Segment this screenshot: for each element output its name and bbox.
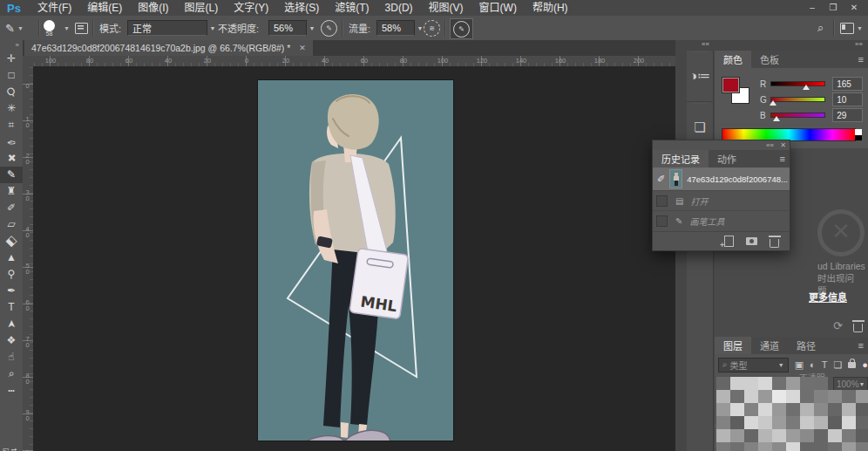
expand-dock-button[interactable]: »» [855, 40, 863, 48]
history-state-row[interactable]: ▤打开 [653, 190, 790, 210]
type-tool[interactable]: T [0, 299, 23, 316]
brush-picker-chevron[interactable]: ▼ [61, 16, 70, 40]
crop-tool[interactable]: ⌗ [0, 117, 23, 133]
filter-shape-layers-icon[interactable]: ❏ [833, 359, 842, 371]
sync-icon[interactable]: ⟳ [833, 319, 843, 332]
marquee-tool[interactable]: □ [0, 67, 23, 84]
mosaic-block [828, 429, 842, 442]
path-selection-tool[interactable]: ➤ [0, 316, 23, 332]
canvas-pasteboard[interactable]: MHL [33, 66, 675, 451]
tool-preset-picker[interactable]: ✎ ▼ [5, 16, 24, 40]
blend-mode-dropdown[interactable]: 正常 ▼ [127, 20, 218, 36]
slider-thumb[interactable] [773, 116, 780, 121]
properties-panel-button[interactable]: ◑≔ [687, 51, 713, 102]
quick-selection-tool[interactable]: ✳ [0, 100, 23, 117]
tab-paths[interactable]: 路径 [788, 337, 824, 354]
more-info-link[interactable]: 更多信息 [809, 290, 847, 304]
menu-7[interactable]: 滤镜(T) [327, 0, 376, 16]
menu-5[interactable]: 文字(Y) [226, 0, 276, 16]
workspace-switcher[interactable]: ▼ [840, 16, 863, 40]
trash-icon[interactable] [853, 324, 863, 332]
state-checkbox[interactable] [656, 195, 668, 207]
history-brush-tool[interactable]: ✐ [0, 200, 23, 216]
panel-menu-icon[interactable]: ≡ [780, 154, 785, 164]
foreground-color-swatch[interactable] [722, 77, 740, 93]
document-tab[interactable]: 47e63d129c0d8f200674814619c70a2b.jpg @ 6… [24, 40, 313, 56]
channel-value-g[interactable]: 10 [832, 92, 863, 106]
opacity-dropdown[interactable]: 56% ▼ [268, 20, 317, 36]
custom-shape-tool[interactable]: ❖ [0, 332, 23, 349]
zoom-tool[interactable]: ⌕ [0, 366, 23, 382]
channel-slider-g[interactable] [770, 97, 826, 102]
panel-menu-icon[interactable]: ≡ [858, 340, 864, 351]
history-brush-source-icon[interactable]: ✐ [657, 174, 665, 185]
channel-value-b[interactable]: 29 [832, 108, 863, 122]
collapse-to-icons-button[interactable]: «« [702, 40, 709, 48]
filter-smart-objects-icon[interactable] [848, 362, 856, 368]
minimize-button[interactable]: – [802, 0, 823, 16]
paint-bucket-tool[interactable]: ◧ [0, 233, 23, 249]
lasso-tool[interactable]: Ϙ [0, 84, 23, 100]
tab-actions[interactable]: 动作 [709, 150, 745, 167]
tab-color[interactable]: 颜色 [715, 51, 751, 68]
history-snapshot-row[interactable]: ✐ 47e63d129c0d8f2006748... [653, 167, 790, 190]
state-checkbox[interactable] [656, 215, 668, 227]
clone-stamp-tool[interactable]: ♜ [0, 183, 23, 200]
hand-tool[interactable]: ☝ [0, 349, 23, 366]
menu-8[interactable]: 3D(D) [377, 0, 421, 16]
toggle-brush-panel-button[interactable] [75, 16, 88, 40]
tab-swatches[interactable]: 色板 [751, 51, 788, 68]
filter-toggle-icon[interactable]: ● [862, 359, 868, 370]
pressure-opacity-button[interactable]: ✎ [321, 16, 337, 40]
tab-history[interactable]: 历史记录 [653, 150, 709, 167]
menu-6[interactable]: 选择(S) [276, 0, 327, 16]
pressure-size-button[interactable]: ✎ [450, 18, 473, 39]
channel-slider-b[interactable] [770, 113, 826, 118]
eraser-tool[interactable]: ▱ [0, 216, 23, 233]
airbrush-icon: ≋ [424, 20, 440, 37]
more-tools[interactable]: ••• [0, 382, 23, 399]
flow-dropdown[interactable]: 58% ▼ [376, 20, 425, 36]
filter-type-layers-icon[interactable]: T [822, 359, 828, 370]
menu-10[interactable]: 窗口(W) [471, 0, 525, 16]
move-tool[interactable]: ✛ [0, 51, 23, 67]
new-snapshot-icon[interactable] [746, 237, 757, 245]
menu-1[interactable]: 文件(F) [30, 0, 79, 16]
menu-3[interactable]: 图像(I) [130, 0, 176, 16]
panel-menu-icon[interactable]: ≡ [858, 54, 864, 65]
blur-tool[interactable]: ▲ [0, 249, 23, 266]
pen-tool[interactable]: ✒ [0, 283, 23, 299]
new-document-from-state-icon[interactable] [724, 236, 734, 247]
eyedropper-tool[interactable]: ✑ [0, 133, 23, 150]
menu-4[interactable]: 图层(L) [177, 0, 227, 16]
menu-11[interactable]: 帮助(H) [525, 0, 576, 16]
healing-brush-tool[interactable]: ✚ [0, 150, 23, 167]
restore-button[interactable]: ❐ [823, 0, 844, 16]
slider-thumb[interactable] [770, 100, 776, 106]
dodge-tool[interactable]: ⚲ [0, 266, 23, 283]
brush-tool[interactable]: ✎ [0, 167, 23, 183]
channel-value-r[interactable]: 165 [832, 77, 863, 91]
close-tab-icon[interactable]: ✕ [299, 44, 306, 52]
canvas-artwork[interactable]: MHL [258, 80, 453, 441]
filter-adjustment-layers-icon[interactable]: ◐ [810, 359, 816, 370]
channel-slider-r[interactable] [770, 81, 826, 86]
tab-layers[interactable]: 图层 [715, 337, 751, 354]
search-button[interactable]: ⌕ [817, 16, 824, 40]
menu-9[interactable]: 视图(V) [421, 0, 471, 16]
close-button[interactable]: ✕ [844, 0, 865, 16]
black-white-ramp[interactable] [855, 129, 862, 140]
brush-preset-picker[interactable]: 58 [44, 16, 55, 40]
close-panel-icon[interactable]: ✕ [780, 141, 786, 149]
history-state-row[interactable]: ✎画笔工具 [653, 210, 790, 230]
menu-2[interactable]: 编辑(E) [79, 0, 130, 16]
collapse-panel-button[interactable]: «« [766, 141, 774, 149]
delete-state-icon[interactable] [770, 239, 779, 248]
tab-channels[interactable]: 通道 [751, 337, 788, 354]
default-swatches-button[interactable]: ◱ ⇄ [3, 447, 17, 451]
toolbar-collapse-button[interactable]: » [0, 40, 23, 51]
layer-filter-dropdown[interactable]: ⌕ 类型 ▼ [718, 358, 789, 372]
filter-pixel-layers-icon[interactable]: ▣ [795, 359, 804, 371]
slider-thumb[interactable] [803, 85, 810, 90]
airbrush-button[interactable]: ≋ [424, 16, 440, 40]
